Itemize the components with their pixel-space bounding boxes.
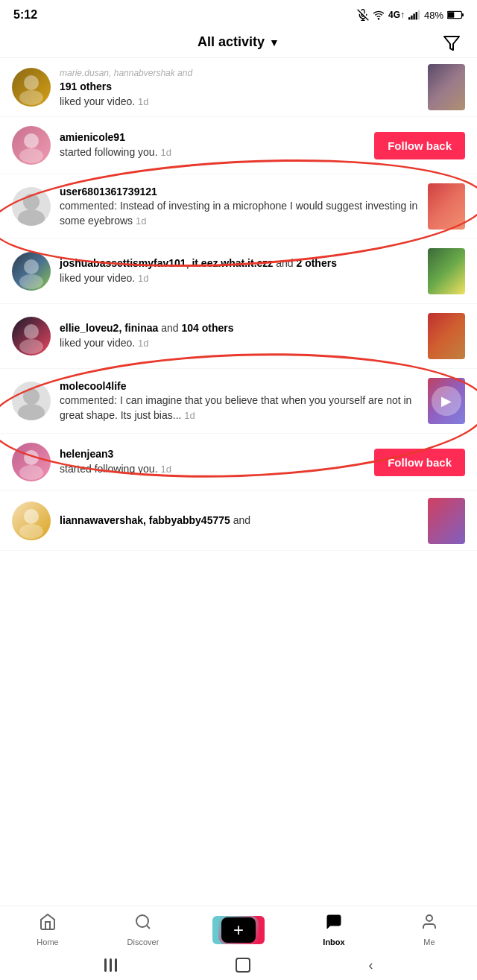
nav-item-me[interactable]: Me bbox=[407, 913, 452, 946]
activity-item: ellie_loveu2, fininaa and 104 others lik… bbox=[0, 304, 477, 369]
activity-username: liannawavershak, fabbyabby45775 bbox=[60, 514, 230, 526]
svg-point-27 bbox=[24, 509, 39, 524]
nav-label-me: Me bbox=[423, 938, 435, 946]
header-title-container[interactable]: All activity ▼ bbox=[198, 34, 279, 50]
activity-list: marie.dusan, hannabvershak and 191 other… bbox=[0, 58, 477, 551]
home-icon bbox=[39, 913, 57, 935]
gesture-home bbox=[236, 958, 250, 973]
avatar bbox=[12, 187, 51, 226]
activity-username: 191 others bbox=[60, 80, 112, 92]
svg-line-30 bbox=[147, 926, 150, 929]
status-icons: 4G↑ 48% bbox=[357, 9, 464, 21]
nav-label-home: Home bbox=[37, 938, 58, 946]
svg-point-29 bbox=[136, 915, 148, 927]
svg-point-26 bbox=[19, 465, 43, 480]
signal-icon bbox=[408, 10, 420, 20]
activity-username: molecool4life bbox=[60, 380, 126, 392]
follow-back-button[interactable]: Follow back bbox=[374, 132, 465, 159]
gesture-lines bbox=[104, 958, 117, 972]
avatar bbox=[12, 443, 51, 481]
svg-marker-12 bbox=[444, 37, 459, 50]
dropdown-arrow-icon: ▼ bbox=[269, 37, 279, 48]
me-icon bbox=[420, 913, 438, 935]
svg-rect-10 bbox=[448, 12, 454, 18]
activity-item: liannawavershak, fabbyabby45775 and bbox=[0, 491, 477, 551]
avatar bbox=[12, 68, 51, 107]
nav-item-create[interactable]: + bbox=[216, 916, 261, 944]
avatar bbox=[12, 317, 51, 355]
nav-item-discover[interactable]: Discover bbox=[121, 913, 165, 946]
activity-time: 1d bbox=[138, 96, 148, 107]
activity-username: joshuabassettismyfav101, it.eez.what.it.… bbox=[60, 257, 273, 269]
svg-rect-8 bbox=[418, 10, 420, 20]
activity-item: joshuabassettismyfav101, it.eez.what.it.… bbox=[0, 239, 477, 304]
nav-item-home[interactable]: Home bbox=[25, 913, 70, 946]
activity-time: 1d bbox=[138, 273, 148, 284]
status-time: 5:12 bbox=[13, 8, 37, 22]
svg-point-20 bbox=[19, 274, 43, 289]
activity-description: started following you. bbox=[60, 146, 160, 158]
activity-description: liked your video. bbox=[60, 95, 138, 107]
activity-item: amienicole91 started following you. 1d F… bbox=[0, 117, 477, 174]
activity-content: molecool4life commented: I can imagine t… bbox=[60, 379, 419, 423]
header: All activity ▼ bbox=[0, 27, 477, 58]
activity-time: 1d bbox=[136, 215, 146, 227]
activity-username: amienicole91 bbox=[60, 131, 125, 143]
svg-point-23 bbox=[23, 388, 40, 405]
video-thumbnail[interactable] bbox=[428, 313, 465, 359]
video-thumbnail[interactable] bbox=[428, 183, 465, 230]
activity-time: 1d bbox=[138, 338, 148, 349]
activity-time: 1d bbox=[160, 147, 171, 158]
video-thumbnail[interactable] bbox=[428, 248, 465, 294]
avatar bbox=[12, 382, 51, 420]
activity-username: ellie_loveu2, fininaa bbox=[60, 322, 158, 334]
avatar bbox=[12, 126, 51, 165]
follow-back-button-2[interactable]: Follow back bbox=[374, 449, 465, 476]
svg-rect-6 bbox=[413, 13, 414, 19]
network-label: 4G↑ bbox=[388, 10, 405, 20]
bottom-nav: Home Discover + Inbox Me bbox=[0, 905, 477, 950]
activity-description: liked your video. bbox=[60, 337, 138, 349]
battery-icon bbox=[447, 10, 464, 19]
gesture-back: ‹ bbox=[369, 958, 373, 973]
svg-point-31 bbox=[426, 915, 432, 921]
svg-point-19 bbox=[24, 259, 39, 274]
svg-point-25 bbox=[24, 450, 39, 465]
inbox-icon bbox=[325, 913, 343, 935]
nav-item-inbox[interactable]: Inbox bbox=[312, 913, 356, 946]
svg-point-14 bbox=[19, 90, 43, 105]
video-thumbnail[interactable] bbox=[428, 64, 465, 110]
avatar bbox=[12, 502, 51, 540]
nav-label-inbox: Inbox bbox=[323, 938, 344, 946]
create-icon: + bbox=[221, 917, 256, 943]
video-thumbnail[interactable]: ▶ bbox=[428, 378, 465, 424]
activity-item-commented-2: molecool4life commented: I can imagine t… bbox=[0, 369, 477, 434]
filter-icon[interactable] bbox=[441, 32, 462, 53]
svg-point-24 bbox=[18, 404, 45, 420]
svg-point-17 bbox=[23, 194, 40, 210]
activity-description: started following you. bbox=[60, 463, 160, 475]
battery-text: 48% bbox=[424, 10, 443, 21]
activity-content: ellie_loveu2, fininaa and 104 others lik… bbox=[60, 321, 419, 350]
wifi-icon bbox=[373, 9, 385, 21]
video-thumbnail[interactable] bbox=[428, 498, 465, 544]
activity-time: 1d bbox=[184, 410, 195, 421]
svg-point-13 bbox=[24, 75, 39, 90]
svg-rect-5 bbox=[411, 16, 412, 20]
nav-label-discover: Discover bbox=[127, 938, 159, 946]
svg-rect-11 bbox=[461, 13, 464, 16]
header-title-text: All activity bbox=[198, 34, 265, 50]
discover-icon bbox=[134, 913, 152, 935]
activity-content: helenjean3 started following you. 1d bbox=[60, 447, 365, 476]
activity-username: user6801361739121 bbox=[60, 186, 157, 197]
activity-description: liked your video. bbox=[60, 272, 138, 284]
svg-rect-7 bbox=[416, 12, 417, 19]
activity-item: marie.dusan, hannabvershak and 191 other… bbox=[0, 58, 477, 117]
activity-content: marie.dusan, hannabvershak and 191 other… bbox=[60, 66, 419, 110]
avatar bbox=[12, 252, 51, 291]
activity-time: 1d bbox=[160, 464, 171, 475]
activity-username: helenjean3 bbox=[60, 448, 113, 460]
mute-icon bbox=[357, 9, 369, 21]
svg-point-3 bbox=[378, 19, 379, 19]
activity-content: user6801361739121 commented: Instead of … bbox=[60, 185, 419, 229]
